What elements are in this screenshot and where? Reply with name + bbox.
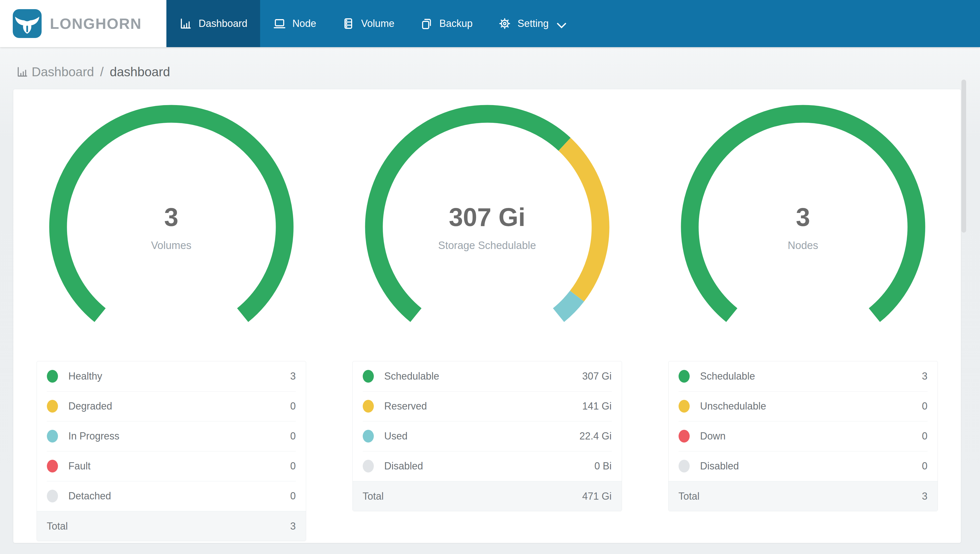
total-value: 3 bbox=[922, 490, 928, 502]
legend-dot bbox=[679, 460, 690, 473]
legend-dot bbox=[679, 400, 690, 412]
volumes-column: 3 Volumes Healthy 3 Degraded 0 In Progr bbox=[13, 101, 329, 543]
storage-column: 307 Gi Storage Schedulable Schedulable 3… bbox=[329, 101, 645, 543]
volumes-legend-table: Healthy 3 Degraded 0 In Progress 0 Fault… bbox=[37, 361, 306, 541]
gauge-segment-reserved bbox=[564, 144, 600, 296]
nav-label: Volume bbox=[361, 18, 395, 29]
legend-total-row: Total 471 Gi bbox=[353, 481, 622, 511]
legend-value: 3 bbox=[290, 371, 296, 382]
legend-label: Schedulable bbox=[384, 371, 439, 382]
logo-wordmark: LONGHORN bbox=[50, 15, 142, 32]
top-navbar: LONGHORN Dashboard Node Volume bbox=[0, 0, 980, 47]
dashboard-card: 3 Volumes Healthy 3 Degraded 0 In Progr bbox=[13, 89, 961, 543]
legend-label: Healthy bbox=[68, 371, 102, 382]
legend-row-fault: Fault 0 bbox=[37, 451, 306, 481]
longhorn-logo[interactable]: LONGHORN bbox=[0, 0, 166, 47]
breadcrumb-current: dashboard bbox=[110, 64, 170, 79]
legend-value: 141 Gi bbox=[582, 400, 611, 412]
legend-label: Reserved bbox=[384, 400, 427, 412]
legend-row-degraded: Degraded 0 bbox=[37, 391, 306, 421]
legend-value: 22.4 Gi bbox=[579, 430, 611, 442]
total-label: Total bbox=[679, 490, 700, 502]
nodes-gauge: 3 Nodes bbox=[677, 101, 929, 353]
legend-dot bbox=[679, 370, 690, 383]
bar-chart-icon bbox=[179, 17, 192, 30]
laptop-icon bbox=[273, 17, 286, 30]
copy-icon bbox=[420, 17, 433, 30]
nav-item-setting[interactable]: Setting bbox=[485, 0, 579, 47]
nav-menu: Dashboard Node Volume Backup bbox=[166, 0, 579, 47]
vertical-scrollbar-thumb[interactable] bbox=[961, 80, 966, 232]
nodes-legend-table: Schedulable 3 Unschedulable 0 Down 0 Dis… bbox=[668, 361, 938, 511]
database-icon bbox=[342, 17, 355, 30]
legend-dot bbox=[679, 430, 690, 443]
gauge-segment-schedulable bbox=[374, 114, 564, 315]
legend-label: Detached bbox=[68, 490, 111, 502]
legend-value: 0 bbox=[290, 490, 296, 502]
legend-label: In Progress bbox=[68, 430, 119, 442]
breadcrumb: Dashboard / dashboard bbox=[0, 47, 980, 89]
volumes-gauge: 3 Volumes bbox=[45, 101, 298, 353]
nav-item-node[interactable]: Node bbox=[260, 0, 329, 47]
legend-dot bbox=[363, 430, 374, 443]
legend-dot bbox=[47, 490, 58, 502]
legend-value: 307 Gi bbox=[582, 371, 611, 382]
legend-label: Disabled bbox=[384, 460, 423, 472]
breadcrumb-section[interactable]: Dashboard bbox=[32, 64, 94, 79]
legend-dot bbox=[47, 460, 58, 473]
gear-icon bbox=[498, 17, 511, 30]
longhorn-bull-icon bbox=[13, 9, 41, 38]
legend-total-row: Total 3 bbox=[668, 481, 937, 511]
legend-row-down: Down 0 bbox=[668, 421, 937, 451]
nav-label: Node bbox=[292, 18, 316, 29]
legend-label: Disabled bbox=[700, 460, 739, 472]
legend-row-in-progress: In Progress 0 bbox=[37, 421, 306, 451]
bar-chart-icon bbox=[16, 65, 29, 78]
gauge-segment-schedulable bbox=[690, 114, 916, 315]
storage-legend-table: Schedulable 307 Gi Reserved 141 Gi Used … bbox=[352, 361, 622, 511]
legend-value: 0 bbox=[922, 460, 928, 472]
legend-value: 0 bbox=[922, 430, 928, 442]
gauge-segment-healthy bbox=[58, 114, 285, 315]
total-value: 471 Gi bbox=[582, 490, 611, 502]
total-label: Total bbox=[47, 521, 68, 532]
nav-label: Setting bbox=[517, 18, 549, 29]
nav-item-volume[interactable]: Volume bbox=[329, 0, 407, 47]
legend-row-unschedulable: Unschedulable 0 bbox=[668, 391, 937, 421]
legend-dot bbox=[363, 460, 374, 473]
nav-item-backup[interactable]: Backup bbox=[407, 0, 485, 47]
legend-value: 0 bbox=[290, 460, 296, 472]
legend-dot bbox=[363, 370, 374, 383]
legend-dot bbox=[47, 400, 58, 412]
legend-row-used: Used 22.4 Gi bbox=[353, 421, 622, 451]
legend-label: Unschedulable bbox=[700, 400, 766, 412]
storage-gauge-ring bbox=[361, 101, 613, 353]
legend-row-disabled: Disabled 0 Bi bbox=[353, 451, 622, 481]
legend-row-detached: Detached 0 bbox=[37, 481, 306, 511]
nodes-column: 3 Nodes Schedulable 3 Unschedulable 0 D bbox=[645, 101, 961, 543]
nav-label: Dashboard bbox=[199, 18, 247, 29]
legend-value: 0 Bi bbox=[594, 460, 611, 472]
legend-dot bbox=[363, 400, 374, 412]
legend-value: 0 bbox=[290, 400, 296, 412]
legend-label: Fault bbox=[68, 460, 91, 472]
gauge-segment-used bbox=[558, 296, 577, 315]
nodes-gauge-ring bbox=[677, 101, 929, 353]
total-value: 3 bbox=[290, 521, 296, 532]
legend-label: Degraded bbox=[68, 400, 112, 412]
legend-row-reserved: Reserved 141 Gi bbox=[353, 391, 622, 421]
longhorn-dashboard-page: LONGHORN Dashboard Node Volume bbox=[0, 0, 980, 554]
legend-label: Schedulable bbox=[700, 371, 755, 382]
volumes-gauge-ring bbox=[45, 101, 298, 353]
nav-item-dashboard[interactable]: Dashboard bbox=[166, 0, 260, 47]
legend-row-schedulable: Schedulable 307 Gi bbox=[353, 361, 622, 391]
legend-value: 3 bbox=[922, 371, 928, 382]
legend-value: 0 bbox=[290, 430, 296, 442]
total-label: Total bbox=[363, 490, 384, 502]
legend-row-disabled: Disabled 0 bbox=[668, 451, 937, 481]
legend-total-row: Total 3 bbox=[37, 511, 306, 541]
breadcrumb-separator: / bbox=[100, 64, 104, 79]
chevron-down-icon bbox=[556, 20, 567, 27]
legend-dot bbox=[47, 430, 58, 443]
legend-label: Down bbox=[700, 430, 726, 442]
